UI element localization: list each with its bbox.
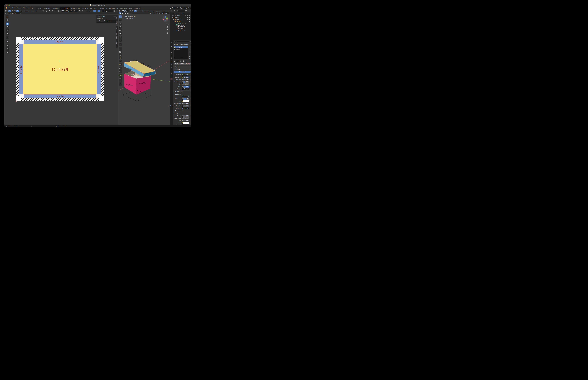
image-browse-button[interactable]: ▾ xyxy=(57,10,60,12)
proportional-falloff-button[interactable]: ▾ xyxy=(54,10,57,12)
header-options-icon[interactable]: ▾ xyxy=(190,41,190,42)
material-slot-outmat2[interactable]: OUTMAT2 xyxy=(174,46,188,48)
uv-gizmos-toggle[interactable] xyxy=(93,10,96,12)
select-button[interactable]: Select xyxy=(179,63,185,65)
relax-brush-tool-button[interactable] xyxy=(6,47,9,50)
keyframe-decorator[interactable]: ● xyxy=(189,81,190,82)
copy-icon[interactable]: ⧉ xyxy=(189,7,189,9)
select-intersect-mode[interactable] xyxy=(129,12,132,14)
workspace-tab-rendering[interactable]: Rendering xyxy=(99,7,108,10)
node-socket-field[interactable]: Default xyxy=(182,107,189,109)
mode-dropdown[interactable]: Edit Mode▾ xyxy=(122,10,128,12)
properties-tab-physics[interactable]: ◌ xyxy=(170,69,173,71)
edge-select-mode-button[interactable] xyxy=(14,10,16,12)
eye-toggle-icon[interactable] xyxy=(187,21,188,22)
value-slider[interactable]: 1.500 xyxy=(182,120,189,121)
panel-grip-icon[interactable]: :::: xyxy=(189,66,190,67)
collapse-caret-icon[interactable]: ▾ xyxy=(97,16,97,17)
outliner-item-scene-collection[interactable]: Scene Collection xyxy=(170,13,191,15)
edge-select-mode-button[interactable] xyxy=(132,10,134,12)
expand-caret-icon[interactable]: ▼ xyxy=(173,21,174,22)
copy-icon[interactable]: ⧉ xyxy=(177,7,178,9)
menu-window[interactable]: Window xyxy=(22,7,29,9)
keyframe-decorator[interactable]: ● xyxy=(189,115,190,116)
workspace-tab-geometry-nodes[interactable]: Geometry Nodes xyxy=(119,7,133,10)
menu-render[interactable]: Render xyxy=(16,7,22,9)
unlink-image-button[interactable]: ✕ xyxy=(86,10,88,12)
uv-sync-selection-toggle[interactable] xyxy=(8,10,11,12)
color-swatch-field[interactable] xyxy=(182,122,189,124)
panel-grip-icon[interactable]: :::: xyxy=(189,69,190,70)
panel-caret-icon[interactable]: ▼ xyxy=(173,69,175,70)
uv-flap-left[interactable]: Lasche xyxy=(19,44,23,94)
vp-menu-edge[interactable]: Edge xyxy=(161,10,166,12)
value-slider[interactable]: 1.450 xyxy=(182,83,189,85)
keyframe-decorator[interactable]: ● xyxy=(189,88,190,90)
add-workspace-tab-button[interactable]: + xyxy=(142,7,145,10)
value-slider[interactable]: 0.100 xyxy=(182,78,189,80)
value-slider[interactable]: 1.000 xyxy=(182,86,189,88)
outliner-item-modifiers[interactable]: ▶Modifiers xyxy=(170,30,191,32)
pin-icon[interactable] xyxy=(190,44,191,45)
panel-caret-icon[interactable]: ▼ xyxy=(173,113,175,114)
vp-menu-view[interactable]: View xyxy=(137,10,142,12)
filter-funnel-icon[interactable] xyxy=(185,10,187,12)
cursor-tool-button[interactable] xyxy=(6,19,9,21)
transform-tool-button[interactable] xyxy=(6,32,9,35)
enum-dropdown[interactable]: Multiscatter GGX▾ xyxy=(182,95,189,97)
scale-tool-button[interactable] xyxy=(6,29,9,32)
add-slot-button[interactable]: ＋ xyxy=(189,46,190,48)
image-socket-field[interactable]: 3D-Box-Beispiel-Deckel.png xyxy=(182,76,189,78)
properties-tab-object-data[interactable]: ▽ xyxy=(170,75,173,77)
keyframe-decorator[interactable]: ● xyxy=(189,108,190,109)
face-select-mode-button[interactable] xyxy=(16,10,19,12)
workspace-tab-sculpting[interactable]: Sculpting xyxy=(51,7,60,10)
mirror-x-toggle[interactable]: X xyxy=(152,13,154,14)
viewport-canvas[interactable]: User Perspective (126) Deckel xyxy=(118,15,170,127)
workspace-tab-compositing[interactable]: Compositing xyxy=(108,7,119,10)
camera-toggle-icon[interactable] xyxy=(189,17,190,18)
properties-search-input[interactable] xyxy=(175,41,189,42)
properties-tab-scene[interactable]: ◧ xyxy=(170,54,173,56)
assign-button[interactable]: Assign xyxy=(173,63,179,65)
keyframe-decorator[interactable]: ● xyxy=(189,120,190,121)
blender-logo-icon[interactable] xyxy=(4,6,8,10)
close-icon[interactable]: ✕ xyxy=(178,7,179,9)
value-slider[interactable]: 0.500 xyxy=(182,98,189,100)
value-slider[interactable]: 0.000 xyxy=(182,115,189,117)
select-subtract-mode[interactable] xyxy=(124,12,126,14)
panel-drag-dropdown[interactable]: Select Box▾ xyxy=(104,20,116,22)
move-gizmo[interactable] xyxy=(50,58,69,71)
workspace-tab-animation[interactable]: Animation xyxy=(89,7,99,10)
properties-tab-modifiers[interactable]: ⚙ xyxy=(170,64,173,66)
workspace-tab-texture-paint[interactable]: Texture Paint xyxy=(70,7,81,10)
value-slider[interactable]: 0.030 xyxy=(182,117,189,119)
sidebar-tab-tool[interactable]: Tool xyxy=(116,21,118,25)
menu-help[interactable]: Help xyxy=(29,7,34,9)
value-slider[interactable]: 0.000 xyxy=(182,105,189,107)
uv-flap-top[interactable]: Lasche xyxy=(24,40,96,44)
pan-hand-icon[interactable] xyxy=(167,26,169,28)
select-set-mode[interactable] xyxy=(119,12,121,14)
sidebar-tab-image[interactable]: Image xyxy=(116,15,118,20)
expand-caret-icon[interactable]: ▶ xyxy=(173,19,174,20)
display-mode-button[interactable]: ▾ xyxy=(173,10,176,12)
workspace-tab-scripting[interactable]: Scripting xyxy=(133,7,141,10)
zoom-icon[interactable] xyxy=(167,23,169,25)
vp-menu-mesh[interactable]: Mesh xyxy=(151,10,156,12)
value-slider[interactable]: 0.300 xyxy=(182,81,189,83)
material-slot-inside[interactable]: INSIDE xyxy=(174,48,188,50)
uv-menu-uv[interactable]: UV xyxy=(34,10,37,12)
browse-material-button[interactable]: ▾ xyxy=(173,60,176,62)
breadcrumb-object[interactable]: Deckel xyxy=(175,44,180,45)
vp-menu-add[interactable]: Add xyxy=(147,10,151,12)
keyframe-decorator[interactable]: ● xyxy=(189,103,190,104)
checkbox-toggle-icon[interactable] xyxy=(185,15,186,16)
uv-overlays-toggle[interactable] xyxy=(98,10,100,12)
panel-header-surface[interactable]: ▼Surface:::: xyxy=(173,68,191,70)
tweak-select-tool-button[interactable] xyxy=(6,15,9,18)
breadcrumb-material[interactable]: OUTMAT2 xyxy=(183,44,189,45)
menu-file[interactable]: File xyxy=(8,7,12,9)
editor-type-icon[interactable] xyxy=(173,41,175,42)
panel-caret-icon[interactable]: ▶ xyxy=(173,110,175,111)
